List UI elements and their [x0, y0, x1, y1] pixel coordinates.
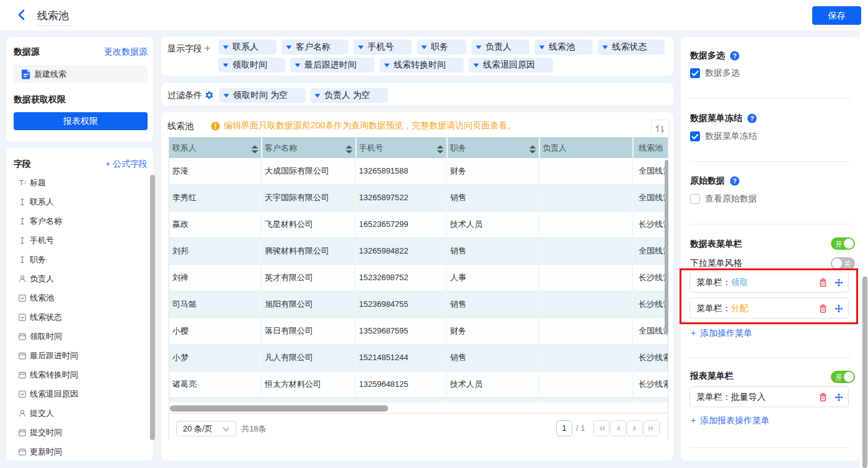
svg-text:?: ?	[750, 115, 754, 122]
svg-text:?: ?	[733, 177, 737, 185]
svg-text:?: ?	[733, 52, 737, 60]
